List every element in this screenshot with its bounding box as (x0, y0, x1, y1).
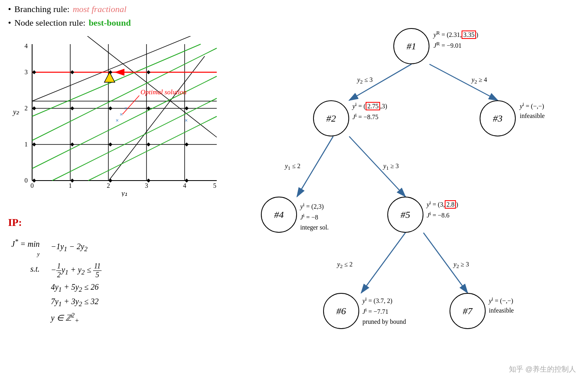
node-2: #2 (313, 100, 349, 136)
svg-marker-52 (70, 70, 74, 74)
node-2-label: #2 (326, 113, 336, 124)
ip-formulation: IP: J* = min y −1y1 − 2y2 s.t. − 1 2 (8, 217, 105, 328)
branching-value: most fractional (73, 4, 126, 14)
node-4: #4 (261, 197, 297, 233)
edge-n5-n6-label: y2 ≤ 2 (337, 261, 353, 270)
svg-text:3: 3 (24, 69, 28, 75)
node-4-annotation: yi = (2,3) Ji = −8 integer sol. (300, 201, 329, 232)
branching-rule-line: • Branching rule: most fractional (8, 4, 131, 14)
svg-line-63 (297, 136, 333, 197)
svg-line-65 (361, 233, 405, 293)
node-5: #5 (387, 197, 423, 233)
bullet-2: • (8, 18, 11, 28)
edge-n2-n4-label: y1 ≤ 2 (285, 163, 301, 171)
svg-text:1: 1 (69, 182, 72, 189)
svg-text:×: × (120, 112, 123, 118)
ip-st-row: s.t. − 1 2 y1 + y2 ≤ 11 5 4y1 + 5y2 ≤ 26… (11, 262, 102, 325)
node-1-annotation: yR = (2.31,3.35) JR = −9.01 (433, 29, 478, 51)
node-3: #3 (480, 100, 516, 136)
svg-line-29 (52, 98, 217, 181)
svg-marker-38 (70, 142, 74, 146)
header-info: • Branching rule: most fractional • Node… (8, 4, 131, 31)
svg-text:0: 0 (24, 177, 28, 184)
svg-text:4: 4 (24, 43, 28, 49)
node-6: #6 (323, 293, 359, 329)
ip-st-label: s.t. (11, 262, 40, 325)
ip-constraints: − 1 2 y1 + y2 ≤ 11 5 4y1 + 5y2 ≤ 26 7y1 … (43, 262, 102, 325)
edge-n1-n3-label: y2 ≥ 4 (472, 76, 487, 85)
node-3-label: #3 (493, 113, 503, 124)
svg-marker-47 (70, 106, 74, 110)
node-6-annotation: yi = (3.7, 2) Ji = −7.71 pruned by bound (362, 295, 406, 327)
ip-obj-expr: −1y1 − 2y2 (43, 238, 102, 258)
svg-text:2: 2 (24, 105, 28, 112)
svg-marker-48 (108, 106, 112, 110)
svg-line-30 (88, 116, 217, 181)
svg-line-28 (32, 44, 201, 116)
svg-marker-59 (104, 72, 115, 82)
svg-text:y₂: y₂ (12, 108, 20, 116)
edge-n5-n7-label: y2 ≥ 3 (454, 261, 469, 270)
svg-marker-40 (108, 142, 112, 146)
node-3-annotation: yi = (−,−) infeasible (520, 100, 545, 121)
ip-obj-label: J* = min y (11, 238, 40, 258)
svg-marker-42 (146, 142, 151, 146)
svg-text:0: 0 (31, 182, 34, 189)
bullet-1: • (8, 4, 11, 14)
svg-text:×: × (185, 118, 188, 124)
edge-n1-n2-label: y2 ≤ 3 (357, 76, 373, 85)
node-5-annotation: yi = (3,2.8) Ji = −8.6 (427, 199, 458, 221)
node-2-annotation: yi = (2.75,3) Ji = −8.75 (352, 100, 387, 122)
svg-marker-44 (185, 142, 189, 146)
svg-text:5: 5 (213, 182, 216, 189)
svg-marker-54 (146, 70, 151, 74)
svg-text:3: 3 (145, 182, 148, 189)
edge-n2-n5-label: y1 ≥ 3 (383, 163, 399, 171)
svg-text:×: × (124, 106, 128, 112)
selection-label: Node selection rule: (14, 18, 85, 28)
selection-value: best-bound (89, 18, 131, 28)
svg-line-27 (32, 48, 217, 140)
branching-label: Branching rule: (14, 4, 69, 14)
node-7-label: #7 (463, 306, 472, 317)
node-7: #7 (450, 293, 486, 329)
svg-line-25 (109, 56, 205, 181)
svg-text:2: 2 (107, 182, 110, 189)
svg-line-23 (32, 36, 217, 101)
svg-marker-50 (185, 106, 189, 110)
branch-and-bound-tree: #1 yR = (2.31,3.35) JR = −9.01 y2 ≤ 3 y2… (241, 20, 578, 381)
svg-marker-36 (32, 142, 36, 146)
node-5-label: #5 (401, 209, 410, 220)
graph-area: 0 1 2 3 4 5 0 1 2 3 4 y₁ y₂ (8, 36, 221, 197)
svg-text:y₁: y₁ (121, 189, 128, 197)
node-1: #1 (393, 28, 429, 64)
node-4-label: #4 (274, 209, 284, 220)
svg-line-26 (32, 76, 217, 169)
svg-text:Optimal solution: Optimal solution (140, 88, 187, 96)
svg-text:×: × (116, 118, 119, 124)
node-1-label: #1 (407, 41, 416, 52)
selection-rule-line: • Node selection rule: best-bound (8, 18, 131, 28)
node-6-label: #6 (336, 306, 346, 317)
node-7-annotation: yi = (−,−) infeasible (489, 295, 514, 315)
svg-marker-51 (32, 70, 36, 74)
ip-title: IP: (8, 217, 105, 229)
svg-text:1: 1 (24, 141, 28, 148)
svg-marker-46 (32, 106, 36, 110)
ip-objective-row: J* = min y −1y1 − 2y2 (11, 238, 102, 258)
svg-line-62 (429, 64, 498, 100)
svg-text:4: 4 (183, 182, 186, 189)
graph-svg: 0 1 2 3 4 5 0 1 2 3 4 y₁ y₂ (8, 36, 221, 197)
